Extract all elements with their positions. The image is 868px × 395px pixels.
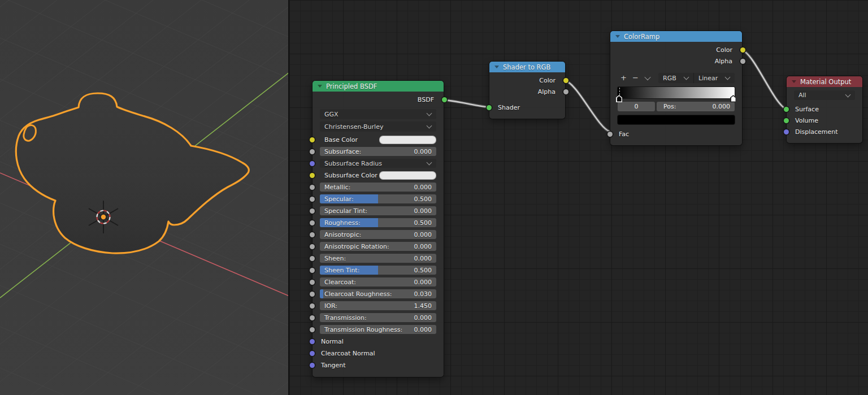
chevron-down-icon — [644, 74, 650, 80]
socket-clearcoat-normal[interactable] — [310, 351, 315, 356]
label: Alpha — [538, 88, 558, 96]
label: Christensen-Burley — [320, 123, 427, 131]
socket-subsurface-radius[interactable] — [310, 161, 315, 166]
socket-transmission[interactable] — [310, 315, 315, 320]
value: 0.500 — [414, 196, 437, 203]
label: Clearcoat Normal — [320, 350, 436, 357]
chevron-down-icon — [845, 92, 851, 97]
plain-normal: Normal — [320, 337, 436, 346]
chevron-down-icon — [427, 160, 432, 166]
node-header[interactable]: Shader to RGB — [489, 62, 565, 72]
slider-sheen[interactable]: Sheen:0.000 — [320, 254, 436, 263]
node-principled-bsdf[interactable]: Principled BSDF BSDF GGXChristensen-Burl… — [313, 81, 444, 377]
node-header[interactable]: Principled BSDF — [313, 81, 444, 92]
socket-sheen-tint[interactable] — [310, 268, 315, 273]
socket-subsurface[interactable] — [310, 149, 315, 154]
output-bsdf: BSDF — [320, 95, 436, 105]
socket-base-color[interactable] — [310, 137, 315, 142]
slider-transmission[interactable]: Transmission:0.000 — [320, 313, 436, 322]
color-base-color[interactable]: Base Color — [320, 135, 436, 144]
collapse-triangle-icon[interactable] — [318, 85, 322, 88]
slider-roughness[interactable]: Roughness:0.500 — [320, 218, 436, 227]
add-stop-button[interactable]: + — [618, 73, 630, 83]
socket-displacement[interactable] — [784, 129, 789, 134]
label: Shader — [497, 104, 558, 111]
stop-index-field[interactable]: 0 — [618, 102, 655, 111]
chevron-down-icon — [427, 123, 432, 129]
slider-anisotropic[interactable]: Anisotropic:0.000 — [320, 230, 436, 239]
slider-transmission-roughness[interactable]: Transmission Roughness:0.000 — [320, 325, 436, 334]
plain-volume: Volume — [794, 116, 855, 125]
socket-subsurface-color[interactable] — [310, 173, 315, 178]
select-subsurface-radius[interactable]: Subsurface Radius — [320, 159, 436, 168]
socket-bsdf[interactable] — [442, 97, 447, 102]
teapot-object[interactable] — [16, 93, 249, 253]
socket-alpha[interactable] — [740, 59, 745, 64]
ramp-stop-white[interactable] — [730, 95, 736, 102]
socket-ior[interactable] — [310, 303, 315, 309]
socket-anisotropic-rotation[interactable] — [310, 244, 315, 249]
color-swatch[interactable] — [379, 171, 436, 180]
socket-shader[interactable] — [487, 105, 492, 110]
socket-alpha[interactable] — [563, 89, 568, 94]
socket-specular[interactable] — [310, 197, 315, 202]
socket-anisotropic[interactable] — [310, 232, 315, 237]
collapse-triangle-icon[interactable] — [615, 35, 620, 38]
value: 0.000 — [414, 326, 437, 333]
color-swatch[interactable] — [379, 136, 436, 144]
slider-subsurface[interactable]: Subsurface:0.000 — [320, 147, 436, 156]
socket-volume[interactable] — [784, 118, 789, 123]
socket-surface[interactable] — [784, 107, 789, 112]
stop-color-swatch[interactable] — [618, 115, 735, 124]
slider-specular[interactable]: Specular:0.500 — [320, 194, 436, 203]
select-ggx[interactable]: GGX — [320, 109, 436, 119]
slider-clearcoat-roughness[interactable]: Clearcoat Roughness:0.030 — [320, 289, 436, 298]
slider-clearcoat[interactable]: Clearcoat:0.000 — [320, 277, 436, 287]
remove-stop-button[interactable]: − — [630, 73, 641, 83]
node-shader-to-rgb[interactable]: Shader to RGB ColorAlpha Shader — [489, 62, 565, 119]
slider-ior[interactable]: IOR:1.450 — [320, 301, 436, 310]
color-mode-value: RGB — [658, 75, 684, 82]
node-header[interactable]: ColorRamp — [610, 31, 742, 42]
interpolation-select[interactable]: Linear — [694, 73, 735, 83]
label: Clearcoat: — [320, 279, 414, 286]
slider-sheen-tint[interactable]: Sheen Tint:0.500 — [320, 266, 436, 275]
socket-transmission-roughness[interactable] — [310, 327, 315, 332]
node-header[interactable]: Material Output — [787, 76, 862, 87]
value: 1.450 — [414, 302, 437, 310]
3d-viewport[interactable] — [0, 0, 288, 395]
socket-roughness[interactable] — [310, 220, 315, 225]
plain-fac: Fac — [618, 129, 735, 139]
collapse-triangle-icon[interactable] — [792, 80, 796, 83]
socket-tangent[interactable] — [310, 363, 315, 368]
label: Subsurface: — [320, 148, 414, 155]
value: 0.500 — [414, 267, 437, 274]
slider-metallic[interactable]: Metallic:0.000 — [320, 183, 436, 192]
stop-position-slider[interactable]: Pos: 0.000 — [657, 102, 735, 111]
label: Transmission: — [320, 314, 414, 322]
color-subsurface-color[interactable]: Subsurface Color — [320, 171, 436, 180]
output-target-select[interactable]: All — [794, 90, 855, 100]
socket-clearcoat-roughness[interactable] — [310, 292, 315, 297]
color-ramp-gradient[interactable] — [618, 87, 735, 98]
socket-normal[interactable] — [310, 339, 315, 344]
slider-anisotropic-rotation[interactable]: Anisotropic Rotation:0.000 — [320, 242, 436, 251]
socket-sheen[interactable] — [310, 256, 315, 261]
socket-clearcoat[interactable] — [310, 280, 315, 285]
collapse-triangle-icon[interactable] — [494, 66, 499, 68]
ramp-stop-black[interactable] — [616, 95, 622, 102]
node-material-output[interactable]: Material Output All SurfaceVolumeDisplac… — [787, 76, 862, 143]
ramp-options-button[interactable] — [641, 76, 653, 80]
select-christensen-burley[interactable]: Christensen-Burley — [320, 121, 436, 132]
node-color-ramp[interactable]: ColorRamp ColorAlpha + − RGB Linear 0 Po… — [610, 31, 742, 145]
socket-specular-tint[interactable] — [310, 209, 315, 214]
pos-value: 0.000 — [713, 103, 735, 110]
color-mode-select[interactable]: RGB — [658, 73, 694, 83]
socket-fac[interactable] — [607, 132, 613, 137]
socket-color[interactable] — [740, 47, 745, 53]
output-alpha: Alpha — [497, 87, 558, 97]
label: Sheen Tint: — [320, 267, 414, 274]
socket-color[interactable] — [563, 78, 568, 83]
slider-specular-tint[interactable]: Specular Tint:0.000 — [320, 206, 436, 215]
socket-metallic[interactable] — [310, 185, 315, 190]
